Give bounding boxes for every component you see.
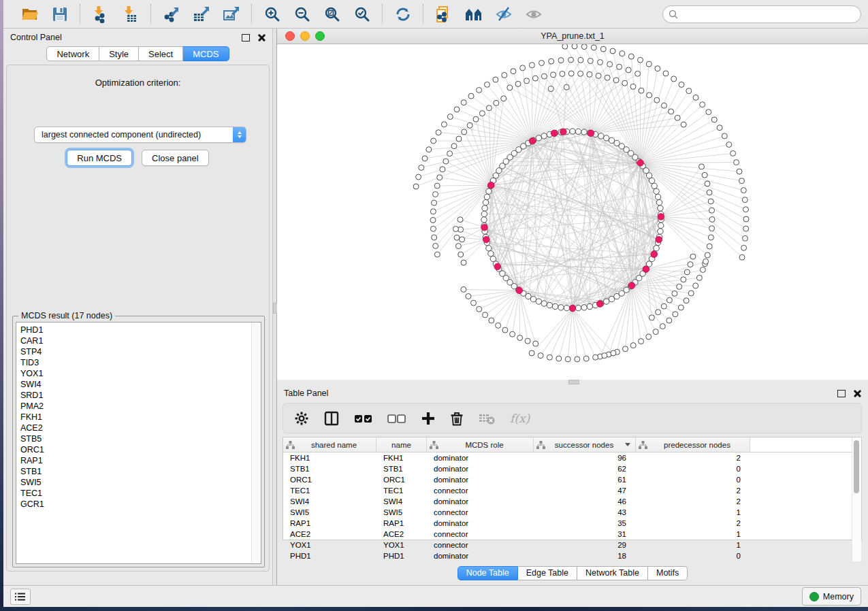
graph-node[interactable] [541,133,547,139]
deselect-all-checkboxes-icon[interactable] [387,412,406,425]
graph-node[interactable] [705,181,710,186]
graph-node[interactable] [658,205,663,211]
graph-hub-node[interactable] [481,225,488,231]
graph-node[interactable] [661,303,666,309]
graph-node[interactable] [549,59,554,64]
network-canvas[interactable] [277,44,868,380]
graph-hub-node[interactable] [643,266,649,273]
graph-node[interactable] [658,222,664,228]
run-mcds-button[interactable]: Run MCDS [67,150,132,166]
graph-node[interactable] [502,72,507,78]
graph-node[interactable] [517,335,523,341]
graph-hub-node[interactable] [637,160,644,167]
close-panel-icon[interactable] [258,34,266,42]
show-columns-icon[interactable] [323,411,340,426]
graph-node[interactable] [708,199,713,204]
graph-node[interactable] [560,71,565,77]
graph-node[interactable] [743,216,749,222]
graph-node[interactable] [709,208,715,213]
tab-network-table[interactable]: Network Table [577,566,648,580]
graph-node[interactable] [433,192,438,197]
vertical-splitter[interactable] [272,29,277,585]
graph-node[interactable] [483,312,488,318]
graph-node[interactable] [501,96,507,101]
graph-node[interactable] [617,64,622,69]
graph-node[interactable] [575,306,581,311]
graph-node[interactable] [493,77,498,82]
graph-node[interactable] [598,133,604,139]
graph-node[interactable] [743,235,748,241]
column-header-shared-name[interactable]: shared name [283,437,376,452]
graph-node[interactable] [693,283,698,288]
graph-node[interactable] [486,188,492,194]
graph-node[interactable] [635,71,641,76]
graph-node[interactable] [656,199,662,205]
graph-node[interactable] [726,142,732,148]
graph-node[interactable] [575,357,580,362]
graph-node[interactable] [541,73,547,79]
graph-node[interactable] [655,194,660,199]
export-image-icon[interactable] [221,4,242,24]
graph-node[interactable] [686,88,692,94]
graph-node[interactable] [570,129,575,134]
graph-node[interactable] [556,356,562,361]
graph-hub-node[interactable] [651,251,658,258]
horizontal-splitter[interactable] [277,379,868,384]
graph-node[interactable] [486,105,492,111]
tab-node-table[interactable]: Node Table [457,566,518,580]
mcds-result-item[interactable]: YOX1 [20,368,251,379]
graph-node[interactable] [473,116,479,122]
graph-node[interactable] [547,302,552,308]
graph-node[interactable] [662,103,667,108]
graph-node[interactable] [596,73,601,78]
memory-button[interactable]: Memory [802,587,861,606]
graph-hub-node[interactable] [628,282,635,289]
graph-node[interactable] [677,284,682,289]
graph-node[interactable] [604,299,609,304]
graph-node[interactable] [707,244,712,249]
graph-node[interactable] [468,93,474,99]
tab-motifs[interactable]: Motifs [648,566,688,580]
graph-node[interactable] [536,135,541,141]
add-column-icon[interactable] [421,411,436,426]
graph-node[interactable] [655,66,660,71]
graph-node[interactable] [430,209,436,214]
graph-hub-node[interactable] [551,130,558,137]
graph-node[interactable] [575,129,581,134]
graph-node[interactable] [656,310,661,315]
zoom-out-icon[interactable] [292,4,312,24]
mcds-result-item[interactable]: ORC1 [20,444,251,455]
graph-node[interactable] [419,165,424,170]
graph-node[interactable] [454,235,460,240]
import-table-icon[interactable] [120,4,141,24]
graph-node[interactable] [462,129,467,135]
close-panel-button[interactable]: Close panel [142,150,209,166]
graph-node[interactable] [660,324,665,329]
graph-hub-node[interactable] [488,182,495,188]
network-window-titlebar[interactable]: YPA_prune.txt_1 [277,29,868,44]
graph-node[interactable] [700,102,705,108]
graph-hub-node[interactable] [483,236,490,243]
graph-node[interactable] [671,76,677,82]
graph-node[interactable] [538,353,543,359]
graph-node[interactable] [613,78,619,83]
tab-mcds[interactable]: MCDS [183,46,229,61]
graph-node[interactable] [536,299,541,304]
graph-node[interactable] [709,217,715,222]
graph-node[interactable] [638,57,643,63]
graph-node[interactable] [623,346,628,352]
graph-node[interactable] [466,294,471,299]
graph-node[interactable] [583,356,589,361]
column-header-name[interactable]: name [376,437,427,452]
graph-node[interactable] [437,175,443,180]
graph-node[interactable] [568,71,574,76]
graph-node[interactable] [673,312,678,317]
graph-node[interactable] [434,252,440,257]
delete-column-icon[interactable] [450,411,464,426]
mcds-result-item[interactable]: PMA2 [20,401,251,412]
graph-node[interactable] [510,331,515,337]
zoom-selected-icon[interactable] [352,4,372,24]
graph-node[interactable] [743,226,749,231]
graph-node[interactable] [443,159,449,164]
graph-node[interactable] [611,350,616,356]
